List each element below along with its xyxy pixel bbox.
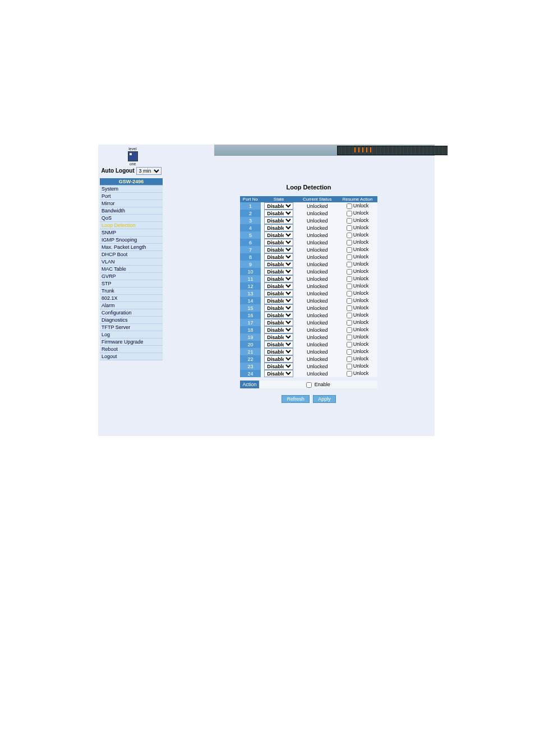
state-select[interactable]: Disable <box>264 246 293 253</box>
port-led-16[interactable] <box>396 146 400 155</box>
unlock-checkbox[interactable] <box>347 327 352 333</box>
state-select[interactable]: Disable <box>264 253 293 261</box>
state-select[interactable]: Disable <box>264 261 293 268</box>
state-select[interactable]: Disable <box>264 355 293 363</box>
state-select[interactable]: Disable <box>264 282 293 290</box>
state-select[interactable]: Disable <box>264 370 293 377</box>
unlock-checkbox[interactable] <box>347 269 352 275</box>
state-select[interactable]: Disable <box>264 202 293 210</box>
state-select[interactable]: Disable <box>264 341 293 348</box>
unlock-checkbox[interactable] <box>347 211 352 216</box>
port-led-15[interactable] <box>393 146 396 155</box>
unlock-checkbox[interactable] <box>347 356 352 362</box>
port-led-26[interactable] <box>435 146 439 155</box>
unlock-checkbox[interactable] <box>347 349 352 355</box>
nav-item-vlan[interactable]: VLAN <box>100 258 163 266</box>
nav-item-mirror[interactable]: Mirror <box>100 200 163 207</box>
port-led-12[interactable] <box>381 146 385 155</box>
nav-item-firmware-upgrade[interactable]: Firmware Upgrade <box>100 338 163 346</box>
unlock-checkbox[interactable] <box>347 342 352 347</box>
unlock-checkbox[interactable] <box>347 298 352 304</box>
state-select[interactable]: Disable <box>264 275 293 282</box>
state-select[interactable]: Disable <box>264 239 293 246</box>
state-select[interactable]: Disable <box>264 268 293 275</box>
state-select[interactable]: Disable <box>264 290 293 297</box>
nav-item-dhcp-boot[interactable]: DHCP Boot <box>100 251 163 258</box>
nav-item-reboot[interactable]: Reboot <box>100 346 163 353</box>
state-select[interactable]: Disable <box>264 217 293 224</box>
apply-button[interactable]: Apply <box>313 395 336 403</box>
port-led-27[interactable] <box>439 146 443 155</box>
port-led-7[interactable] <box>361 146 365 155</box>
nav-item-diagnostics[interactable]: Diagnostics <box>100 317 163 324</box>
nav-item-system[interactable]: System <box>100 185 163 193</box>
auto-logout-select[interactable]: 3 min <box>136 167 162 175</box>
state-select[interactable]: Disable <box>264 326 293 333</box>
state-select[interactable]: Disable <box>264 312 293 319</box>
nav-item-trunk[interactable]: Trunk <box>100 287 163 295</box>
nav-item-qos[interactable]: QoS <box>100 215 163 222</box>
unlock-checkbox[interactable] <box>347 291 352 296</box>
nav-item-logout[interactable]: Logout <box>100 353 163 360</box>
port-led-25[interactable] <box>431 146 435 155</box>
unlock-checkbox[interactable] <box>347 313 352 318</box>
state-select[interactable]: Disable <box>264 333 293 341</box>
port-led-28[interactable] <box>443 146 447 155</box>
nav-item-bandwidth[interactable]: Bandwidth <box>100 207 163 215</box>
nav-item-igmp-snooping[interactable]: IGMP Snooping <box>100 236 163 244</box>
state-select[interactable]: Disable <box>264 304 293 312</box>
unlock-checkbox[interactable] <box>347 320 352 326</box>
port-led-6[interactable] <box>357 146 361 155</box>
nav-item-gvrp[interactable]: GVRP <box>100 273 163 280</box>
unlock-checkbox[interactable] <box>347 284 352 289</box>
nav-item-max-packet-length[interactable]: Max. Packet Length <box>100 244 163 251</box>
port-led-1[interactable] <box>338 146 342 155</box>
port-led-19[interactable] <box>408 146 412 155</box>
unlock-checkbox[interactable] <box>347 276 352 282</box>
state-select[interactable]: Disable <box>264 297 293 304</box>
unlock-checkbox[interactable] <box>347 203 352 209</box>
nav-item-log[interactable]: Log <box>100 331 163 338</box>
unlock-checkbox[interactable] <box>347 233 352 238</box>
port-led-18[interactable] <box>404 146 408 155</box>
port-led-13[interactable] <box>385 146 389 155</box>
unlock-checkbox[interactable] <box>347 240 352 245</box>
port-led-11[interactable] <box>377 146 381 155</box>
nav-item-alarm[interactable]: Alarm <box>100 302 163 309</box>
nav-item-port[interactable]: Port <box>100 193 163 200</box>
unlock-checkbox[interactable] <box>347 262 352 267</box>
port-led-23[interactable] <box>423 146 427 155</box>
port-led-2[interactable] <box>342 146 345 155</box>
nav-item-loop-detection[interactable]: Loop Detection <box>100 222 163 229</box>
state-select[interactable]: Disable <box>264 231 293 239</box>
nav-item-802-1x[interactable]: 802.1X <box>100 295 163 302</box>
state-select[interactable]: Disable <box>264 319 293 326</box>
port-led-14[interactable] <box>389 146 393 155</box>
port-led-3[interactable] <box>345 146 349 155</box>
state-select[interactable]: Disable <box>264 224 293 231</box>
unlock-checkbox[interactable] <box>347 364 352 369</box>
state-select[interactable]: Disable <box>264 363 293 370</box>
port-led-10[interactable] <box>373 146 377 155</box>
nav-item-snmp[interactable]: SNMP <box>100 229 163 236</box>
unlock-checkbox[interactable] <box>347 305 352 311</box>
port-led-20[interactable] <box>412 146 416 155</box>
port-led-9[interactable] <box>369 146 373 155</box>
refresh-button[interactable]: Refresh <box>282 395 310 403</box>
nav-item-mac-table[interactable]: MAC Table <box>100 266 163 273</box>
port-led-21[interactable] <box>416 146 419 155</box>
unlock-checkbox[interactable] <box>347 371 352 377</box>
port-led-24[interactable] <box>427 146 431 155</box>
port-led-22[interactable] <box>419 146 423 155</box>
port-led-5[interactable] <box>353 146 357 155</box>
nav-item-stp[interactable]: STP <box>100 280 163 287</box>
unlock-checkbox[interactable] <box>347 247 352 253</box>
state-select[interactable]: Disable <box>264 348 293 355</box>
state-select[interactable]: Disable <box>264 210 293 217</box>
port-led-17[interactable] <box>400 146 404 155</box>
enable-checkbox[interactable] <box>306 382 312 388</box>
unlock-checkbox[interactable] <box>347 335 352 340</box>
unlock-checkbox[interactable] <box>347 225 352 231</box>
unlock-checkbox[interactable] <box>347 218 352 224</box>
unlock-checkbox[interactable] <box>347 254 352 260</box>
